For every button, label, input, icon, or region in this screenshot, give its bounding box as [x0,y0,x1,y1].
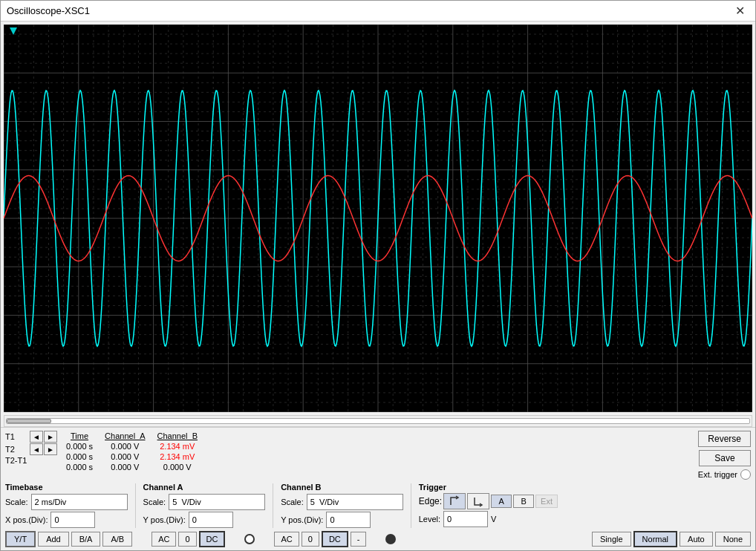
t1-label: T1 [5,432,27,441]
channel-a-scale-label: Scale: [143,498,166,506]
measurements-table: Time Channel_A Channel_B 0.000 s 0.000 V… [60,431,203,472]
t2-left-btn[interactable]: ◄ [30,443,43,455]
t2-row: 0.000 s 0.000 V 2.134 mV [60,451,203,462]
trigger-edge-label: Edge: [419,496,442,506]
t2t1-cha: 0.000 V [99,462,151,472]
chb-radio[interactable] [385,534,396,544]
chb-dc-btn[interactable]: DC [322,531,348,547]
t2t1-row: 0.000 s 0.000 V 0.000 V [60,462,203,472]
trigger-rise-btn[interactable] [443,493,466,509]
channel-a-group: Channel A Scale: Y pos.(Div): [143,483,266,528]
channel-b-ypos-row: Y pos.(Div): [281,512,403,528]
channel-b-scale-row: Scale: [281,494,403,510]
trigger-edge-row: Edge: A B Ext [419,493,558,509]
trigger-level-label: Level: [419,515,440,524]
channel-a-scale-input[interactable] [169,494,265,510]
chb-zero-btn[interactable]: 0 [302,532,319,547]
channel-b-group: Channel B Scale: Y pos.(Div): [281,483,403,528]
normal-btn[interactable]: Normal [633,531,677,547]
t2-chb: 2.134 mV [151,451,203,462]
channel-b-ypos-label: Y pos.(Div): [281,515,323,524]
scrollbar-area[interactable] [4,415,752,427]
ext-trigger-row: Ext. trigger [698,469,751,480]
oscilloscope-window: Oscilloscope-XSC1 ✕ T1 ◄ ► T2 [0,0,756,551]
add-btn[interactable]: Add [38,532,69,547]
channel-b-scale-input[interactable] [307,494,403,510]
right-buttons: Reverse Save Ext. trigger [698,431,751,480]
timebase-xpos-input[interactable] [50,512,95,528]
close-button[interactable]: ✕ [731,2,749,19]
t1-left-btn[interactable]: ◄ [30,431,43,443]
t2-right-btn[interactable]: ► [44,443,57,455]
timebase-scale-row: Scale: [5,494,128,510]
window-title: Oscilloscope-XSC1 [7,5,90,16]
rise-icon [449,495,460,507]
t2t1-cursor-row: T2-T1 [5,456,57,465]
cha-ac-btn[interactable]: AC [151,532,176,547]
t2-cha: 0.000 V [99,451,151,462]
t1-right-btn[interactable]: ► [44,431,57,443]
scope-canvas [4,25,752,412]
t1-cursor-row: T1 ◄ ► [5,431,57,443]
t2t1-time: 0.000 s [60,462,99,472]
t2-time: 0.000 s [60,451,99,462]
timebase-group: Timebase Scale: X pos.(Div): [5,483,128,528]
t2t1-chb: 0.000 V [151,462,203,472]
trigger-title: Trigger [419,483,558,492]
channel-b-scale-label: Scale: [281,498,304,506]
trigger-a-btn[interactable]: A [491,495,512,508]
ba-btn[interactable]: B/A [71,532,101,547]
auto-btn[interactable]: Auto [680,532,713,547]
channel-a-ypos-label: Y pos.(Div): [143,515,186,524]
col-channel-a: Channel_A [99,431,151,441]
save-button[interactable]: Save [699,450,751,466]
cha-zero-btn[interactable]: 0 [178,532,196,547]
col-channel-b: Channel_B [151,431,203,441]
trigger-b-btn[interactable]: B [513,495,534,508]
timebase-scale-label: Scale: [5,498,28,506]
t2-cursor-row: T2 ◄ ► [5,443,57,455]
timebase-scale-input[interactable] [31,494,128,510]
scrollbar-thumb[interactable] [7,419,51,423]
channel-b-ypos-input[interactable] [326,512,371,528]
t1-cha: 0.000 V [99,441,151,451]
col-time: Time [60,431,99,441]
cha-dc-btn[interactable]: DC [199,531,226,547]
bottom-buttons-row: Y/T Add B/A A/B AC 0 DC AC 0 DC - Single [5,531,751,547]
timebase-title: Timebase [5,483,128,492]
none-btn[interactable]: None [715,532,751,547]
channel-a-ypos-input[interactable] [189,512,233,528]
ext-trigger-radio[interactable] [740,469,751,480]
settings-row: Timebase Scale: X pos.(Div): Channel A S… [5,483,751,528]
fall-icon [472,495,484,507]
title-bar: Oscilloscope-XSC1 ✕ [1,1,755,22]
single-btn[interactable]: Single [592,532,631,547]
t1-row: 0.000 s 0.000 V 2.134 mV [60,441,203,451]
t2-label: T2 [5,445,27,454]
trigger-fall-btn[interactable] [467,493,489,509]
timebase-xpos-row: X pos.(Div): [5,512,128,528]
divider-3 [411,483,411,528]
trigger-level-input[interactable] [443,511,488,527]
yt-btn[interactable]: Y/T [5,531,36,547]
trigger-v-label: V [491,515,496,524]
divider-1 [135,483,136,528]
chb-minus-btn[interactable]: - [351,532,367,547]
ab-btn[interactable]: A/B [102,532,132,547]
ext-trigger-label: Ext. trigger [698,470,737,479]
cha-radio[interactable] [244,534,255,544]
channel-a-scale-row: Scale: [143,494,266,510]
channel-b-title: Channel B [281,483,403,492]
scrollbar-track[interactable] [6,418,750,424]
chb-ac-btn[interactable]: AC [274,532,299,547]
t1-time: 0.000 s [60,441,99,451]
t2-btn-group: ◄ ► [30,443,57,455]
channel-a-ypos-row: Y pos.(Div): [143,512,266,528]
trigger-section: Trigger Edge: A [419,483,558,527]
timebase-xpos-label: X pos.(Div): [5,515,48,524]
trigger-ext-btn: Ext [535,495,558,508]
t1-btn-group: ◄ ► [30,431,57,443]
reverse-button[interactable]: Reverse [698,431,751,447]
trigger-level-row: Level: V [419,511,558,527]
channel-a-title: Channel A [143,483,266,492]
